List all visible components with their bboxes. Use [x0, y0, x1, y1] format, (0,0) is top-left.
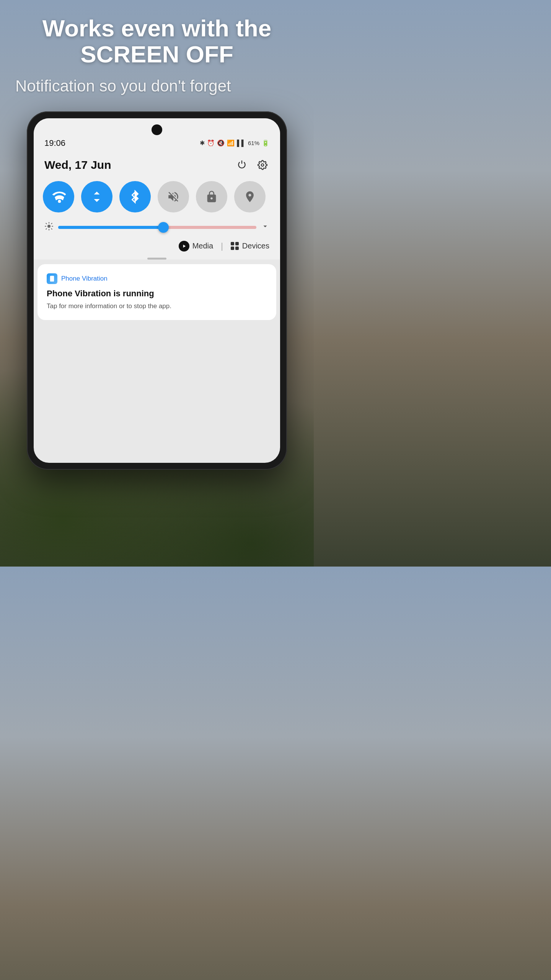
battery-percent: 61% — [248, 140, 259, 146]
mute-status-icon: 🔇 — [217, 139, 225, 147]
signal-status-icon: ▌▌ — [237, 140, 246, 147]
bluetooth-toggle[interactable] — [119, 181, 151, 212]
status-icons: ✱ ⏰ 🔇 📶 ▌▌ 61% 🔋 — [200, 139, 269, 147]
quick-settings-panel: Wed, 17 Jun — [34, 151, 280, 260]
notif-app-icon — [47, 273, 57, 284]
phone-container: 19:06 ✱ ⏰ 🔇 📶 ▌▌ 61% 🔋 Wed, 17 Jun — [0, 111, 314, 470]
notification-card[interactable]: Phone Vibration Phone Vibration is runni… — [37, 264, 276, 320]
toggles-row — [43, 178, 271, 219]
wifi-toggle[interactable] — [43, 181, 74, 212]
svg-point-0 — [261, 164, 264, 167]
devices-icon — [231, 242, 239, 250]
notif-body: Tap for more information or to stop the … — [47, 302, 267, 311]
svg-point-1 — [47, 225, 51, 228]
phone-screen: 19:06 ✱ ⏰ 🔇 📶 ▌▌ 61% 🔋 Wed, 17 Jun — [34, 118, 280, 463]
media-devices-row: Media | Devices — [43, 239, 271, 258]
divider-pipe: | — [221, 241, 223, 251]
devices-label: Devices — [242, 242, 269, 250]
devices-button[interactable]: Devices — [231, 242, 269, 250]
bluetooth-status-icon: ✱ — [200, 139, 205, 147]
data-toggle[interactable] — [81, 181, 112, 212]
date-action-icons — [235, 158, 269, 172]
brightness-icon — [44, 222, 54, 233]
brightness-row — [43, 219, 271, 239]
notif-title: Phone Vibration is running — [47, 289, 267, 299]
alarm-status-icon: ⏰ — [207, 139, 215, 147]
rotation-toggle[interactable] — [196, 181, 227, 212]
main-title: Works even with the SCREEN OFF — [15, 15, 298, 67]
battery-icon: 🔋 — [262, 139, 269, 147]
notif-app-name: Phone Vibration — [61, 275, 108, 283]
settings-button[interactable] — [256, 158, 269, 172]
power-button[interactable] — [235, 158, 249, 172]
brightness-track[interactable] — [58, 226, 256, 229]
camera-hole — [152, 124, 162, 135]
location-toggle[interactable] — [234, 181, 266, 212]
bottom-area — [34, 324, 280, 400]
sound-toggle[interactable] — [158, 181, 189, 212]
date-row: Wed, 17 Jun — [43, 155, 271, 178]
brightness-expand-icon[interactable] — [261, 222, 269, 232]
brightness-thumb[interactable] — [158, 222, 169, 233]
media-button[interactable]: Media — [179, 241, 213, 252]
panel-handle — [147, 258, 166, 260]
notif-app-row: Phone Vibration — [47, 273, 267, 284]
wifi-status-icon: 📶 — [227, 139, 235, 147]
sub-title: Notification so you don't forget — [15, 77, 298, 96]
header-area: Works even with the SCREEN OFF Notificat… — [0, 0, 314, 104]
phone-frame: 19:06 ✱ ⏰ 🔇 📶 ▌▌ 61% 🔋 Wed, 17 Jun — [27, 111, 287, 470]
media-play-icon — [179, 241, 189, 252]
media-label: Media — [192, 242, 213, 250]
date-display: Wed, 17 Jun — [44, 158, 111, 172]
status-time: 19:06 — [44, 138, 65, 148]
